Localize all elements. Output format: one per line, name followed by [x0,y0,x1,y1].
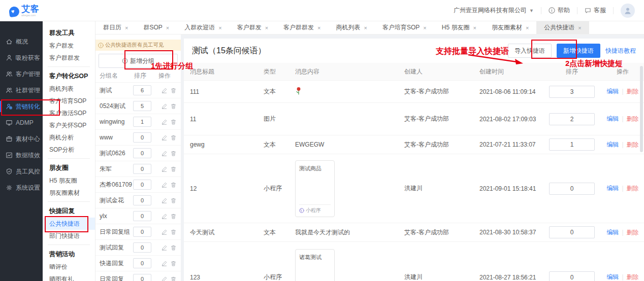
group-row[interactable]: 测试回复0 [95,239,181,255]
trash-icon[interactable] [170,276,177,281]
pencil-icon[interactable] [161,134,168,141]
group-row[interactable]: 日常回复0 [95,271,181,281]
group-sort-input[interactable]: 0 [133,132,151,143]
pencil-icon[interactable] [161,166,168,172]
group-row[interactable]: 杰希0617090 [95,177,181,192]
group-row[interactable]: 日常回复组0 [95,224,181,239]
sort-input[interactable] [549,113,595,125]
add-group-button[interactable]: 新增分组 [99,54,178,68]
group-sort-input[interactable]: 0 [133,258,151,268]
trash-icon[interactable] [170,87,177,94]
group-row[interactable]: 朱军0 [95,161,181,177]
group-row[interactable]: wingwing1 [95,114,181,129]
pencil-icon[interactable] [161,103,168,110]
sort-input[interactable] [549,183,595,195]
edit-link[interactable]: 编辑 [606,273,619,280]
trash-icon[interactable] [170,213,177,220]
delete-link[interactable]: 删除 [627,185,639,192]
tab-close-icon[interactable]: × [423,25,426,31]
tab-close-icon[interactable]: × [473,25,476,31]
pencil-icon[interactable] [161,244,168,251]
group-sort-input[interactable]: 0 [133,164,151,174]
group-row[interactable]: 0524测试5 [95,98,181,114]
group-sort-input[interactable]: 1 [133,117,151,127]
submenu-item[interactable]: H5 朋友圈 [43,174,95,187]
tab-close-icon[interactable]: × [526,25,529,31]
sidebar-item[interactable]: 营销转化 [0,98,43,115]
submenu-item[interactable]: 客户群群发 [43,52,95,64]
pencil-icon[interactable] [161,197,168,204]
trash-icon[interactable] [170,197,177,204]
group-sort-input[interactable]: 6 [133,85,151,95]
group-sort-input[interactable]: 5 [133,101,151,111]
submenu-item[interactable]: 朋友圈素材 [43,187,95,199]
submenu-item[interactable]: 部门快捷语 [43,230,95,242]
tab[interactable]: 客户群群发× [276,21,328,34]
submenu-item[interactable]: SOP分析 [43,144,95,156]
trash-icon[interactable] [170,103,177,110]
vertical-scrollbar[interactable] [640,66,643,152]
sidebar-item[interactable]: 数据绩效 [0,147,43,163]
tab[interactable]: 客户群发× [230,21,276,34]
sidebar-item[interactable]: ADMP [0,115,43,131]
submenu-item[interactable]: 公共快捷语 [43,218,95,230]
trash-icon[interactable] [170,229,177,235]
group-sort-input[interactable]: 0 [133,274,151,281]
tab[interactable]: H5 朋友圈× [434,21,484,34]
tab-close-icon[interactable]: × [265,25,268,31]
delete-link[interactable]: 删除 [627,229,639,236]
edit-link[interactable]: 编辑 [606,229,619,236]
sort-input[interactable] [549,138,595,151]
trash-icon[interactable] [170,182,177,188]
edit-link[interactable]: 编辑 [606,115,619,122]
sidebar-item[interactable]: 素材中心 [0,131,43,147]
pencil-icon[interactable] [161,150,168,157]
tutorial-link[interactable]: 快捷语教程 [605,47,636,55]
pencil-icon[interactable] [161,260,168,267]
sort-input[interactable] [549,271,595,281]
pencil-icon[interactable] [161,182,168,188]
company-selector[interactable]: 广州壹豆网络科技有限公司 ▼ [454,6,534,15]
submenu-item[interactable]: 客户培育SOP [43,95,95,107]
sort-input[interactable] [549,86,595,98]
submenu-item[interactable]: 客户关怀SOP [43,119,95,131]
pencil-icon[interactable] [161,229,168,235]
tab-close-icon[interactable]: × [317,25,320,31]
user-avatar[interactable] [621,4,635,18]
tab[interactable]: 入群欢迎语× [177,21,229,34]
tab[interactable]: 公共快捷语× [536,21,589,34]
group-sort-input[interactable]: 0 [133,180,151,190]
group-sort-input[interactable]: 0 [133,148,151,158]
edit-link[interactable]: 编辑 [606,185,619,192]
sidebar-item[interactable]: 系统设置 [0,180,43,196]
group-sort-input[interactable]: 0 [133,195,151,205]
submenu-item[interactable]: 客户激活SOP [43,107,95,119]
pencil-icon[interactable] [161,119,168,125]
trash-icon[interactable] [170,244,177,251]
group-row[interactable]: ylx0 [95,208,181,224]
group-row[interactable]: 测试6 [95,82,181,98]
sidebar-item[interactable]: 吸粉获客 [0,50,43,66]
trash-icon[interactable] [170,134,177,141]
sidebar-item[interactable]: 员工风控 [0,163,43,180]
pencil-icon[interactable] [161,87,168,94]
pencil-icon[interactable] [161,213,168,220]
delete-link[interactable]: 删除 [627,115,639,122]
sidebar-item[interactable]: 概况 [0,33,43,50]
trash-icon[interactable] [170,119,177,125]
delete-link[interactable]: 删除 [627,88,639,95]
sidebar-item[interactable]: 社群管理 [0,82,43,98]
submenu-item[interactable]: 晒评价 [43,261,95,273]
pencil-icon[interactable] [161,276,168,281]
trash-icon[interactable] [170,166,177,172]
customer-service-button[interactable]: 客服 [585,6,606,15]
tab-close-icon[interactable]: × [578,25,581,31]
tab-close-icon[interactable]: × [166,25,169,31]
group-sort-input[interactable]: 0 [133,242,151,253]
sidebar-item[interactable]: 客户管理 [0,66,43,82]
tab-close-icon[interactable]: × [125,25,128,31]
edit-link[interactable]: 编辑 [606,88,619,95]
delete-link[interactable]: 删除 [627,141,639,148]
submenu-item[interactable]: 客户群发 [43,40,95,52]
edit-link[interactable]: 编辑 [606,141,619,148]
